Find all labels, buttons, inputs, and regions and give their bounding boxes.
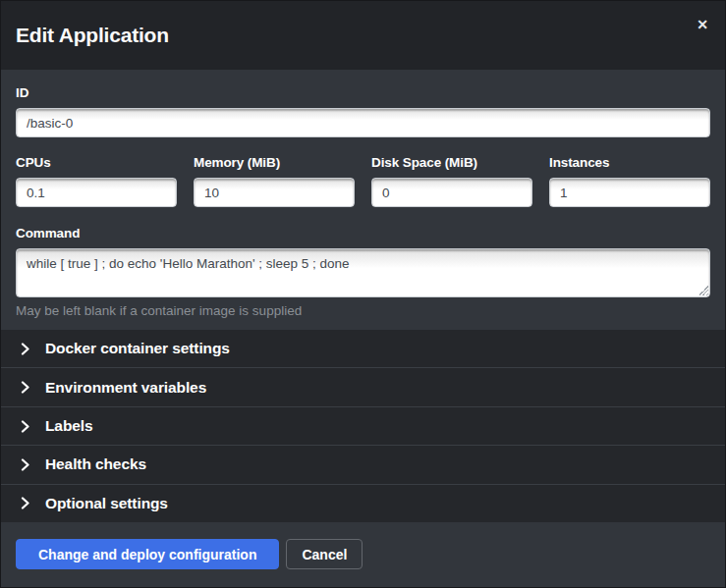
section-label: Labels <box>45 417 93 435</box>
cancel-button[interactable]: Cancel <box>286 539 363 569</box>
section-label: Docker container settings <box>45 340 230 357</box>
cpus-field-group: CPUs <box>16 155 177 207</box>
command-help-text: May be left blank if a container image i… <box>16 303 710 319</box>
resize-grip-icon[interactable] <box>698 286 708 295</box>
command-label: Command <box>16 226 710 241</box>
id-field-group: ID <box>16 85 710 137</box>
command-textarea-wrap: while [ true ] ; do echo 'Hello Marathon… <box>16 248 710 297</box>
modal-footer: Change and deploy configuration Cancel <box>1 522 725 587</box>
modal-title: Edit Application <box>16 24 169 47</box>
chevron-right-icon <box>21 458 30 470</box>
command-field-group: Command while [ true ] ; do echo 'Hello … <box>16 226 710 319</box>
section-health-checks[interactable]: Health checks <box>1 445 725 483</box>
section-environment-variables[interactable]: Environment variables <box>1 367 725 405</box>
memory-label: Memory (MiB) <box>194 155 355 170</box>
cpus-label: CPUs <box>16 155 177 170</box>
section-label: Environment variables <box>45 379 206 397</box>
section-label: Optional settings <box>45 495 168 512</box>
close-icon[interactable]: ✕ <box>693 15 712 34</box>
cpus-input[interactable] <box>16 178 177 207</box>
resources-row: CPUs Memory (MiB) Disk Space (MiB) Insta… <box>16 155 710 207</box>
change-and-deploy-button[interactable]: Change and deploy configuration <box>16 539 279 569</box>
memory-input[interactable] <box>194 178 355 207</box>
chevron-right-icon <box>21 420 30 432</box>
accordion: Docker container settings Environment va… <box>1 330 725 522</box>
instances-field-group: Instances <box>549 155 710 207</box>
disk-label: Disk Space (MiB) <box>371 155 532 170</box>
id-label: ID <box>16 85 710 100</box>
chevron-right-icon <box>21 498 30 509</box>
memory-field-group: Memory (MiB) <box>194 155 355 207</box>
chevron-right-icon <box>21 343 30 354</box>
id-input[interactable] <box>16 108 710 137</box>
edit-application-modal: Edit Application ✕ ID CPUs Memory (MiB) … <box>0 0 726 588</box>
instances-input[interactable] <box>549 178 710 207</box>
chevron-right-icon <box>21 382 30 394</box>
section-label: Health checks <box>45 455 146 473</box>
section-labels[interactable]: Labels <box>1 406 725 445</box>
modal-header: Edit Application ✕ <box>1 1 725 70</box>
command-textarea[interactable]: while [ true ] ; do echo 'Hello Marathon… <box>16 248 710 297</box>
disk-input[interactable] <box>371 178 532 207</box>
modal-body: ID CPUs Memory (MiB) Disk Space (MiB) In… <box>1 70 725 330</box>
disk-field-group: Disk Space (MiB) <box>371 155 532 207</box>
section-optional-settings[interactable]: Optional settings <box>1 484 725 522</box>
section-docker-container-settings[interactable]: Docker container settings <box>1 330 725 367</box>
instances-label: Instances <box>549 155 710 170</box>
